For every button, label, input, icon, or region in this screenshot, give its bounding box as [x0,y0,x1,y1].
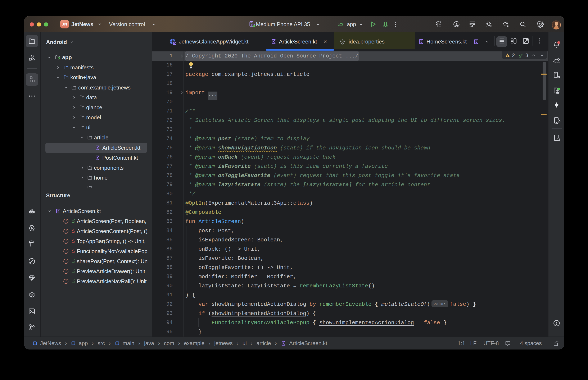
svg-text:f: f [65,249,67,253]
svg-text:f: f [65,229,67,233]
svg-text:f: f [65,279,67,284]
svg-text:f: f [65,259,67,263]
svg-text:f: f [65,269,67,273]
svg-text:f: f [65,239,67,243]
svg-text:f: f [65,219,67,223]
